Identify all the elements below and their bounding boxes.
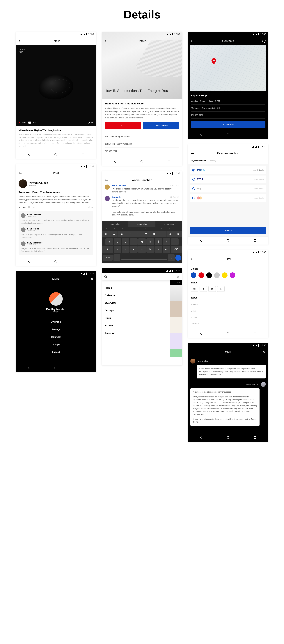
color-swatch[interactable] — [191, 272, 196, 278]
back-icon[interactable] — [18, 39, 22, 43]
avatar[interactable] — [21, 228, 25, 232]
kb-suggestion[interactable]: suggestion — [155, 221, 182, 227]
kb-key[interactable]: a — [105, 238, 113, 245]
map[interactable] — [190, 45, 266, 91]
nav-recent[interactable] — [254, 332, 256, 335]
kb-key[interactable]: s — [114, 238, 121, 245]
nav-recent[interactable] — [254, 240, 256, 242]
kb-key[interactable]: z — [114, 246, 121, 253]
tab-payment[interactable]: Payment method — [191, 158, 209, 164]
insert-details-link[interactable]: Insert details — [254, 197, 264, 199]
nav-recent[interactable] — [82, 154, 84, 156]
nav-home[interactable] — [54, 154, 57, 156]
payment-option-applepay[interactable]: PayInsert details — [190, 185, 266, 192]
kb-key[interactable]: m — [163, 246, 170, 253]
menu-item[interactable]: Timeline — [105, 329, 167, 337]
kb-space[interactable] — [121, 256, 167, 260]
color-swatch[interactable] — [230, 272, 235, 278]
nav-home[interactable] — [227, 436, 229, 439]
show-route-button[interactable]: Show Route — [191, 121, 266, 128]
nav-back[interactable] — [28, 154, 30, 156]
menu-item[interactable]: Overview — [105, 299, 167, 307]
payment-option-paypal[interactable]: PayPalCheck details — [190, 166, 266, 174]
avatar[interactable] — [105, 184, 110, 190]
avatar[interactable] — [261, 382, 266, 387]
nav-back[interactable] — [114, 160, 116, 163]
nav-home[interactable] — [54, 366, 57, 369]
payment-option-visa[interactable]: VISAInsert details — [190, 176, 266, 183]
radio-icon[interactable] — [192, 178, 195, 181]
email-row[interactable]: kathryn_gleichner@yahoo.com — [105, 140, 179, 147]
heart-icon[interactable]: ♥ — [18, 206, 20, 208]
nav-recent[interactable] — [254, 134, 256, 136]
kb-suggestion[interactable]: suggestion — [102, 221, 129, 227]
avatar[interactable] — [105, 196, 110, 201]
kb-key[interactable]: w — [110, 231, 118, 237]
size-option[interactable]: M — [208, 286, 216, 292]
map-pin-icon[interactable] — [211, 58, 216, 63]
thumbnail[interactable] — [170, 285, 182, 301]
radio-icon[interactable] — [192, 169, 195, 172]
back-icon[interactable] — [190, 152, 194, 155]
menu-item[interactable]: Settings — [15, 326, 96, 333]
close-icon[interactable] — [263, 350, 266, 354]
kb-key[interactable]: y — [142, 231, 150, 237]
insert-details-link[interactable]: Insert details — [254, 188, 264, 190]
color-swatch[interactable] — [214, 272, 220, 278]
page-indicator[interactable] — [105, 93, 179, 96]
kb-key[interactable]: q — [102, 231, 110, 237]
nav-home[interactable] — [227, 332, 229, 335]
nav-home[interactable] — [141, 160, 143, 163]
nav-home[interactable] — [227, 239, 229, 242]
kb-key[interactable]: e — [118, 231, 126, 237]
type-option[interactable]: Womens — [191, 301, 266, 308]
thumbnail[interactable] — [170, 301, 182, 317]
nav-recent[interactable] — [168, 160, 170, 163]
nav-recent[interactable] — [82, 367, 84, 369]
size-option[interactable]: XS — [191, 286, 198, 292]
keyboard[interactable]: suggestionsuggestionsuggestion 123456789… — [102, 221, 182, 263]
comment-author[interactable]: Ann Wells — [112, 196, 121, 198]
checkin-button[interactable]: Check in Here — [143, 122, 179, 129]
kb-key[interactable]: n — [155, 246, 162, 253]
back-icon[interactable] — [18, 171, 22, 175]
kb-key[interactable]: x — [122, 246, 129, 253]
save-button[interactable]: Save — [105, 122, 141, 129]
kb-key[interactable]: l — [171, 238, 179, 245]
nav-back[interactable] — [200, 239, 202, 242]
kb-key[interactable]: r — [126, 231, 134, 237]
menu-item[interactable]: Logout — [15, 348, 96, 356]
kb-key[interactable]: h — [146, 238, 154, 245]
avatar[interactable] — [21, 242, 25, 246]
avatar[interactable] — [21, 213, 25, 218]
continue-button[interactable]: Continue — [190, 227, 266, 234]
color-swatch[interactable] — [206, 272, 212, 278]
kb-comma[interactable]: , — [113, 254, 120, 261]
type-option[interactable]: Mens — [191, 308, 266, 314]
post-author[interactable]: Vincent CarsonMalaysia — [18, 178, 93, 191]
nav-back[interactable] — [28, 260, 30, 263]
kb-shift[interactable]: ⇧ — [102, 246, 113, 253]
comment-author[interactable]: Annie Sanchez — [112, 184, 126, 187]
back-icon[interactable] — [104, 178, 108, 182]
kb-key[interactable]: f — [130, 238, 138, 245]
menu-item[interactable]: Lists — [105, 314, 167, 322]
kb-key[interactable]: b — [146, 246, 154, 253]
kb-symbols[interactable]: ?123 — [103, 255, 113, 260]
share-button[interactable]: 38 — [89, 206, 93, 208]
menu-item[interactable]: Groups — [15, 341, 96, 348]
type-option[interactable]: Youths — [191, 314, 266, 320]
kb-key[interactable]: u — [150, 231, 158, 237]
menu-item[interactable]: Profile — [105, 322, 167, 329]
kb-key[interactable]: t — [134, 231, 142, 237]
insert-details-link[interactable]: Insert details — [254, 178, 264, 180]
nav-recent[interactable] — [254, 436, 256, 438]
back-icon[interactable] — [190, 39, 194, 43]
close-icon[interactable] — [176, 275, 180, 278]
search-icon[interactable] — [104, 275, 107, 278]
radio-icon[interactable] — [192, 187, 195, 190]
kb-period[interactable]: . — [168, 254, 175, 261]
menu-item[interactable]: Groups — [105, 307, 167, 314]
kb-key[interactable]: c — [130, 246, 138, 253]
nav-back[interactable] — [200, 134, 202, 136]
